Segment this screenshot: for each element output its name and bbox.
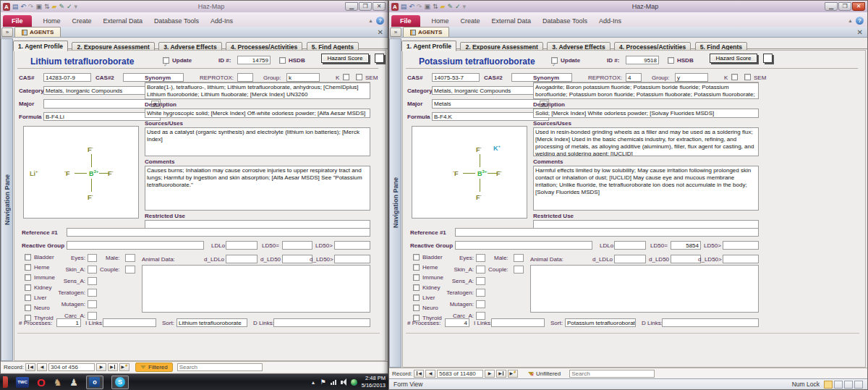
ldlo-field[interactable] <box>226 241 258 250</box>
redo-icon[interactable]: ↷ <box>28 3 34 11</box>
record-position-field[interactable]: 5683 of 11480 <box>437 370 483 378</box>
chess-knight-app-icon[interactable]: ♞ <box>54 377 62 388</box>
redo-icon[interactable]: ↷ <box>417 3 422 11</box>
skin-a-field[interactable] <box>88 266 97 274</box>
description-field[interactable]: Solid; [Merck Index] White odorless powd… <box>533 109 759 118</box>
d-ldlo-field[interactable] <box>226 255 258 263</box>
eyes-field[interactable] <box>88 254 97 262</box>
first-record-button[interactable]: ◀ <box>25 363 35 371</box>
couple-field[interactable] <box>514 266 524 274</box>
new-record-button[interactable]: ▶✱ <box>119 363 129 371</box>
new-record-button[interactable]: ▶✱ <box>508 370 518 378</box>
form-view-icon[interactable] <box>824 381 833 389</box>
organ-immune-checkbox[interactable] <box>413 274 420 281</box>
first-record-button[interactable]: ◀ <box>414 370 424 378</box>
nav-pane-expand-button[interactable]: » <box>390 27 401 37</box>
male-field[interactable] <box>125 254 135 262</box>
ld50gt-field[interactable] <box>334 241 370 250</box>
carc-a-field[interactable] <box>476 312 485 320</box>
cas-field[interactable]: 14283-07-9 <box>43 73 91 82</box>
record-search-input[interactable] <box>177 363 263 371</box>
sem-checkbox[interactable] <box>744 74 751 80</box>
save-icon[interactable]: ▤ <box>12 3 19 11</box>
sens-a-field[interactable] <box>476 277 485 285</box>
help-icon[interactable]: ? <box>856 17 864 25</box>
taskbar-edge-icon[interactable] <box>3 376 8 388</box>
major-select[interactable]: ▼ <box>43 99 161 109</box>
i-links-field[interactable] <box>491 318 545 327</box>
description-field[interactable]: White hygroscopic solid; [Merck Index] O… <box>145 109 370 118</box>
access-app-icon[interactable]: A <box>3 3 10 11</box>
tab-agent-profile[interactable]: 1. Agent Profile <box>13 41 68 51</box>
reactive-group-field[interactable] <box>67 241 204 250</box>
folder-icon[interactable]: ▰ <box>51 3 56 11</box>
undo-icon[interactable]: ↶ <box>409 3 414 11</box>
ribbon-tab-create[interactable]: Create <box>455 14 486 27</box>
d-links-field[interactable] <box>273 318 370 327</box>
category-field[interactable]: Metals, Inorganic Compounds <box>43 86 161 95</box>
organ-bladder-checkbox[interactable] <box>25 254 31 260</box>
check-icon[interactable]: ✓ <box>67 3 72 11</box>
twc-app-icon[interactable]: TWC <box>16 377 29 388</box>
synonym-field[interactable]: Borate(1-), tetrafluoro-, lithium; Lithi… <box>145 82 370 99</box>
mutagen-field[interactable] <box>476 300 485 308</box>
k-checkbox[interactable] <box>343 74 349 80</box>
opera-app-icon[interactable]: O <box>37 377 46 388</box>
record-position-field[interactable]: 304 of 456 <box>48 363 95 371</box>
folder-icon[interactable]: ▰ <box>440 3 445 11</box>
previous-record-button[interactable]: ◀ <box>37 363 47 371</box>
teratogen-field[interactable] <box>476 289 485 297</box>
object-close-icon[interactable]: ✕ <box>378 28 388 37</box>
object-tab-agents[interactable]: AGENTS <box>403 27 449 37</box>
skype-app-icon[interactable]: S <box>111 376 129 389</box>
sem-checkbox[interactable] <box>356 74 362 80</box>
hazard-score-value-button[interactable] <box>763 54 773 63</box>
id-field[interactable]: 9518 <box>626 56 659 64</box>
filter-toggle-button[interactable]: Unfiltered <box>524 370 565 378</box>
close-button[interactable]: ✕ <box>852 2 865 11</box>
ribbon-tab-add-ins[interactable]: Add-Ins <box>205 14 239 27</box>
organ-heme-checkbox[interactable] <box>25 264 31 271</box>
sources-uses-field[interactable]: Used in resin-bonded grinding wheels as … <box>533 127 759 156</box>
reference-field[interactable] <box>67 228 370 237</box>
print-icon[interactable]: ▣ <box>35 3 42 11</box>
title-bar[interactable]: A ▤ ↶ ↷ ▣ ⇅ ▰ ✎ ✓ ▾ Haz-Map ▁ ❒ ✕ <box>389 1 867 12</box>
antivirus-tray-icon[interactable] <box>351 379 357 386</box>
sort-field[interactable]: Potassium tetrafluoroborate <box>565 318 636 327</box>
volume-icon[interactable] <box>341 378 346 386</box>
update-checkbox[interactable] <box>163 57 169 64</box>
tab-agent-profile[interactable]: 1. Agent Profile <box>401 41 456 51</box>
previous-record-button[interactable]: ◀ <box>425 370 435 378</box>
d-ld50-field[interactable] <box>282 255 312 263</box>
sens-a-field[interactable] <box>88 277 97 285</box>
design-icon[interactable]: ✎ <box>447 3 453 11</box>
organ-kidney-checkbox[interactable] <box>25 284 31 291</box>
last-record-button[interactable]: ▶ <box>496 370 506 378</box>
organ-neuro-checkbox[interactable] <box>25 305 31 311</box>
reprotox-field[interactable] <box>237 73 253 82</box>
print-icon[interactable]: ▣ <box>424 3 430 11</box>
minimize-button[interactable]: ▁ <box>345 2 358 11</box>
formula-field[interactable]: B-F4.K <box>432 112 549 121</box>
ribbon-tab-file[interactable]: File <box>3 15 32 27</box>
sort-icon[interactable]: ⇅ <box>44 3 50 11</box>
ribbon-tab-database-tools[interactable]: Database Tools <box>148 14 205 27</box>
update-checkbox[interactable] <box>551 57 558 64</box>
ribbon-tab-file[interactable]: File <box>391 15 420 27</box>
organ-liver-checkbox[interactable] <box>413 294 420 301</box>
processes-field[interactable]: 1 <box>56 318 81 327</box>
ribbon-tab-external-data[interactable]: External Data <box>98 14 149 27</box>
reference-field[interactable] <box>455 228 759 237</box>
processes-field[interactable]: 4 <box>445 318 469 327</box>
id-field[interactable]: 14759 <box>237 56 271 64</box>
ribbon-tab-home[interactable]: Home <box>426 14 455 27</box>
access-app-icon[interactable]: A <box>391 3 399 11</box>
hazard-score-button[interactable]: Hazard Score <box>321 54 369 63</box>
last-record-button[interactable]: ▶ <box>108 363 118 371</box>
male-field[interactable] <box>514 254 524 262</box>
i-links-field[interactable] <box>103 318 156 327</box>
d-links-field[interactable] <box>662 318 759 327</box>
chess-pawn-app-icon[interactable]: ♟ <box>69 377 78 388</box>
d-ld50-field[interactable] <box>671 255 701 263</box>
layout-view-icon[interactable] <box>844 381 853 389</box>
